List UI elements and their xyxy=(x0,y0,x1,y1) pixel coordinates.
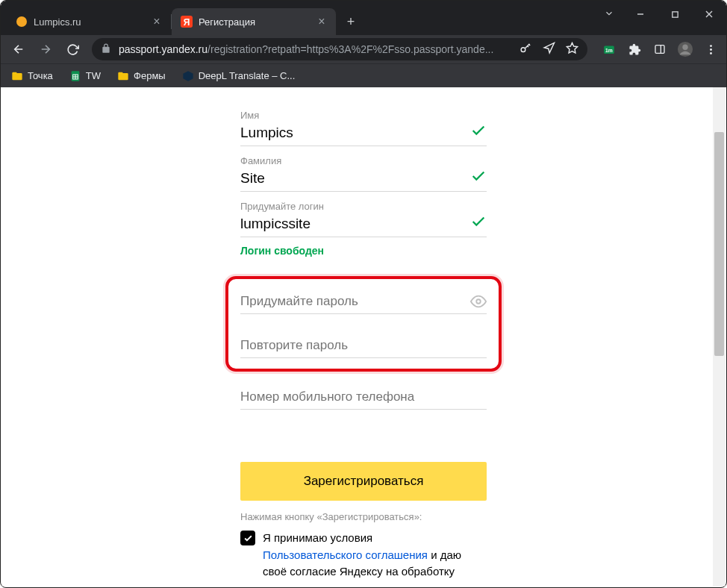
lastname-input[interactable] xyxy=(240,169,470,188)
eye-icon[interactable] xyxy=(470,293,487,310)
forward-button[interactable] xyxy=(34,37,57,61)
folder-icon xyxy=(117,70,129,82)
avatar[interactable] xyxy=(675,40,695,59)
registration-form: Имя Фамилия Придумайте логин Логин свобо… xyxy=(240,87,487,581)
browser-toolbar: passport.yandex.ru/registration?retpath=… xyxy=(1,35,726,63)
bookmark-tw[interactable]: TW xyxy=(66,67,104,85)
svg-point-28 xyxy=(476,299,481,304)
svg-line-12 xyxy=(528,46,528,47)
login-status: Логин свободен xyxy=(240,245,487,257)
consent-text: Я принимаю условия Пользовательского сог… xyxy=(263,530,487,581)
firstname-field: Имя xyxy=(240,110,487,146)
star-icon[interactable] xyxy=(566,42,578,57)
svg-text:Я: Я xyxy=(184,17,190,28)
check-icon xyxy=(470,213,487,234)
tab-title: Регистрация xyxy=(199,16,312,28)
window-controls xyxy=(623,1,726,28)
browser-titlebar: Lumpics.ru × Я Регистрация × + xyxy=(1,1,726,35)
menu-button[interactable] xyxy=(701,40,720,59)
bookmarks-bar: Точка TW Фермы DeepL Translate – C... xyxy=(1,63,726,87)
extension-icons: 1m xyxy=(599,40,720,59)
close-button[interactable] xyxy=(692,1,726,28)
login-input[interactable] xyxy=(240,214,470,234)
svg-text:1m: 1m xyxy=(605,48,613,53)
minimize-button[interactable] xyxy=(623,1,658,28)
consent-checkbox[interactable] xyxy=(240,531,255,545)
address-bar[interactable]: passport.yandex.ru/registration?retpath=… xyxy=(92,38,587,60)
tab-registration[interactable]: Я Регистрация × xyxy=(172,8,336,35)
consent-title: Нажимая кнопку «Зарегистрироваться»: xyxy=(240,511,487,522)
page-content: Имя Фамилия Придумайте логин Логин свобо… xyxy=(1,87,726,587)
terms-link[interactable]: Пользовательского соглашения xyxy=(263,548,428,561)
phone-field xyxy=(240,385,487,410)
ext-icon-1[interactable]: 1m xyxy=(599,40,619,59)
consent-row: Я принимаю условия Пользовательского сог… xyxy=(240,530,487,581)
svg-point-0 xyxy=(16,16,27,27)
folder-icon xyxy=(11,70,23,82)
svg-rect-16 xyxy=(655,46,664,54)
key-icon[interactable] xyxy=(519,42,532,57)
svg-point-19 xyxy=(682,45,687,50)
svg-marker-13 xyxy=(567,43,577,52)
tab-title: Lumpics.ru xyxy=(34,16,147,28)
sheets-icon xyxy=(69,70,81,82)
register-button[interactable]: Зарегистрироваться xyxy=(240,462,487,501)
svg-point-21 xyxy=(710,49,712,51)
check-icon xyxy=(470,168,487,188)
scrollbar-thumb[interactable] xyxy=(714,132,724,356)
share-icon[interactable] xyxy=(543,42,555,57)
check-icon xyxy=(470,122,487,143)
extensions-button[interactable] xyxy=(625,40,644,59)
close-icon[interactable]: × xyxy=(316,16,327,27)
svg-rect-4 xyxy=(672,11,677,16)
phone-input[interactable] xyxy=(240,385,487,409)
firstname-input[interactable] xyxy=(240,123,470,143)
url-text: passport.yandex.ru/registration?retpath=… xyxy=(119,43,514,55)
password-highlight xyxy=(225,276,502,372)
bookmark-tochka[interactable]: Точка xyxy=(8,67,56,85)
deepl-icon xyxy=(182,70,194,82)
password-confirm-field xyxy=(240,334,487,358)
back-button[interactable] xyxy=(7,37,31,61)
svg-point-9 xyxy=(521,48,525,52)
firstname-label: Имя xyxy=(240,110,487,121)
bookmark-label: Точка xyxy=(28,70,53,81)
lastname-field: Фамилия xyxy=(240,155,487,192)
bookmark-fermy[interactable]: Фермы xyxy=(114,67,169,85)
panel-icon[interactable] xyxy=(650,40,670,59)
bookmark-label: Фермы xyxy=(134,70,166,81)
svg-point-20 xyxy=(710,45,712,47)
favicon-lumpics xyxy=(16,16,28,28)
tab-strip: Lumpics.ru × Я Регистрация × + xyxy=(7,8,361,35)
tab-dropdown-icon[interactable] xyxy=(604,8,614,22)
scrollbar-track[interactable] xyxy=(713,87,726,587)
bookmark-deepl[interactable]: DeepL Translate – C... xyxy=(179,67,299,85)
password-confirm-input[interactable] xyxy=(240,334,487,357)
bookmark-label: TW xyxy=(86,70,101,81)
close-icon[interactable]: × xyxy=(152,16,162,27)
new-tab-button[interactable]: + xyxy=(340,11,361,32)
tab-lumpics[interactable]: Lumpics.ru × xyxy=(7,8,171,35)
bookmark-label: DeepL Translate – C... xyxy=(199,70,296,81)
svg-line-11 xyxy=(529,45,530,46)
password-input[interactable] xyxy=(240,290,470,313)
favicon-yandex: Я xyxy=(181,16,193,28)
maximize-button[interactable] xyxy=(658,1,692,28)
login-label: Придумайте логин xyxy=(240,201,487,212)
svg-point-22 xyxy=(710,52,712,54)
svg-marker-27 xyxy=(183,71,193,81)
lock-icon xyxy=(101,43,111,56)
reload-button[interactable] xyxy=(60,37,84,61)
login-field: Придумайте логин Логин свободен xyxy=(240,201,487,257)
password-field xyxy=(240,290,487,314)
lastname-label: Фамилия xyxy=(240,155,487,166)
